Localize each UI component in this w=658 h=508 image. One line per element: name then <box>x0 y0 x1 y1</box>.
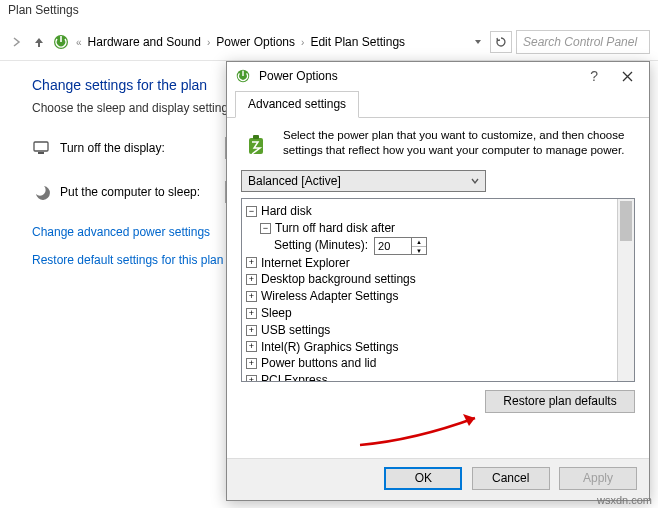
tab-advanced-settings[interactable]: Advanced settings <box>235 91 359 118</box>
dialog-tabs: Advanced settings <box>227 90 649 118</box>
nav-up-icon[interactable] <box>30 33 48 51</box>
chevron-right-icon: › <box>299 37 306 48</box>
battery-icon <box>241 128 273 160</box>
dialog-body: Select the power plan that you want to c… <box>227 118 649 458</box>
breadcrumb-dropdown-icon[interactable] <box>470 38 486 46</box>
svg-rect-3 <box>38 152 44 154</box>
settings-tree: −Hard disk −Turn off hard disk after Set… <box>241 198 635 382</box>
tree-usb[interactable]: +USB settings <box>246 322 613 339</box>
tree-content: −Hard disk −Turn off hard disk after Set… <box>242 199 617 381</box>
window-title-bar: Plan Settings <box>0 0 658 24</box>
description-row: Select the power plan that you want to c… <box>241 128 635 160</box>
crumb-hardware[interactable]: Hardware and Sound <box>86 33 203 51</box>
plan-select[interactable]: Balanced [Active] <box>241 170 486 192</box>
tree-wireless[interactable]: +Wireless Adapter Settings <box>246 288 613 305</box>
sleep-icon <box>32 183 50 201</box>
tree-desktop-bg[interactable]: +Desktop background settings <box>246 271 613 288</box>
ok-button[interactable]: OK <box>384 467 462 490</box>
tree-setting-minutes: Setting (Minutes): ▲▼ <box>246 237 613 255</box>
tree-scrollbar[interactable] <box>617 199 634 381</box>
tree-intel[interactable]: +Intel(R) Graphics Settings <box>246 339 613 356</box>
chevron-right-icon: › <box>205 37 212 48</box>
svg-rect-7 <box>253 135 259 139</box>
plan-select-value: Balanced [Active] <box>248 174 341 188</box>
power-options-dialog: Power Options ? Advanced settings Select… <box>226 61 650 501</box>
nav-bar: « Hardware and Sound › Power Options › E… <box>0 24 658 61</box>
minutes-input[interactable] <box>374 237 412 255</box>
tree-ie[interactable]: +Internet Explorer <box>246 255 613 272</box>
restore-plan-defaults-button[interactable]: Restore plan defaults <box>485 390 635 413</box>
svg-rect-5 <box>242 71 243 76</box>
chevron-down-icon <box>471 177 479 185</box>
refresh-button[interactable] <box>490 31 512 53</box>
tree-power-buttons[interactable]: +Power buttons and lid <box>246 355 613 372</box>
window-title: Plan Settings <box>8 3 79 17</box>
help-button[interactable]: ? <box>582 68 606 84</box>
breadcrumb: « Hardware and Sound › Power Options › E… <box>74 33 466 51</box>
sleep-label: Put the computer to sleep: <box>60 185 215 199</box>
minutes-spinner[interactable]: ▲▼ <box>412 237 427 255</box>
crumb-power[interactable]: Power Options <box>214 33 297 51</box>
tree-turn-off-hdd[interactable]: −Turn off hard disk after <box>246 220 613 237</box>
tree-hard-disk[interactable]: −Hard disk <box>246 203 613 220</box>
crumb-edit[interactable]: Edit Plan Settings <box>308 33 407 51</box>
search-input[interactable]: Search Control Panel <box>516 30 650 54</box>
chevron-left-icon: « <box>74 37 84 48</box>
svg-rect-1 <box>60 36 62 42</box>
display-label: Turn off the display: <box>60 141 215 155</box>
power-icon <box>235 68 251 84</box>
apply-button[interactable]: Apply <box>559 467 637 490</box>
tree-sleep[interactable]: +Sleep <box>246 305 613 322</box>
dialog-title-bar: Power Options ? <box>227 62 649 90</box>
svg-rect-2 <box>34 142 48 151</box>
watermark: wsxdn.com <box>597 494 652 506</box>
description-text: Select the power plan that you want to c… <box>283 128 635 160</box>
dialog-title: Power Options <box>259 69 574 83</box>
setting-label: Setting (Minutes): <box>274 237 368 254</box>
nav-forward-icon[interactable] <box>8 33 26 51</box>
cancel-button[interactable]: Cancel <box>472 467 550 490</box>
power-icon <box>52 33 70 51</box>
display-icon <box>32 139 50 157</box>
tree-pci[interactable]: +PCI Express <box>246 372 613 381</box>
dialog-footer: OK Cancel Apply <box>227 458 649 500</box>
restore-row: Restore plan defaults <box>241 382 635 421</box>
close-button[interactable] <box>614 71 641 82</box>
search-placeholder: Search Control Panel <box>523 35 637 49</box>
